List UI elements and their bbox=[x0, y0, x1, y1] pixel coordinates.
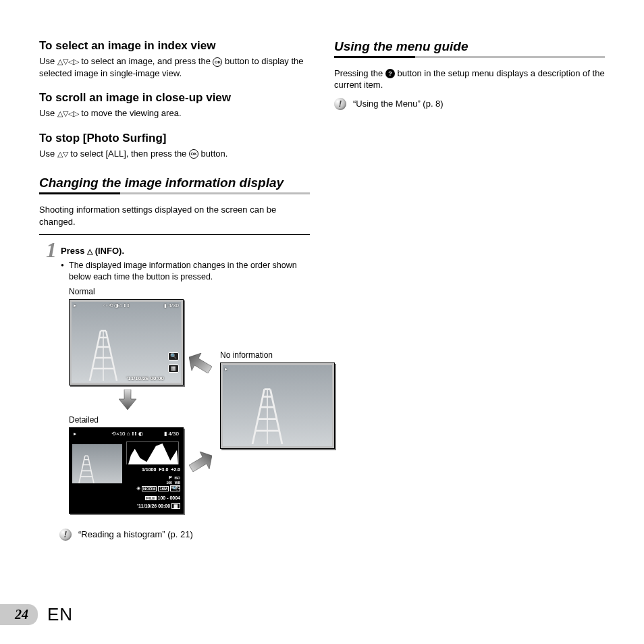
text: Press bbox=[61, 246, 87, 256]
step-number: 1 bbox=[39, 240, 57, 283]
para-stop-surfing: Use △▽ to select [ALL], then press the O… bbox=[39, 148, 310, 160]
zoom-icon: 🔍 bbox=[168, 352, 179, 360]
note-icon: ! bbox=[334, 98, 346, 110]
arrow-updown-icon: △▽ bbox=[57, 151, 68, 158]
ok-button-icon: OK bbox=[189, 149, 198, 159]
ok-button-icon: OK bbox=[213, 57, 222, 67]
text: to select [ALL], then press the bbox=[70, 149, 189, 159]
counter: ▮ 4/30 bbox=[164, 302, 179, 308]
note-histogram: “Reading a histogram” (p. 21) bbox=[78, 529, 193, 539]
arrow-upright-icon bbox=[189, 452, 212, 472]
playback-icon: ▸ bbox=[74, 302, 76, 308]
exposure-row: 1/1000 F3.0 +2.0 bbox=[142, 467, 180, 472]
help-button-icon: ? bbox=[385, 69, 395, 78]
heading-stop-surfing: To stop [Photo Surfing] bbox=[39, 132, 310, 145]
status-icons: ◦◦⟲◑⌂⫿⫿ bbox=[103, 302, 130, 308]
caption-detailed: Detailed bbox=[69, 415, 99, 425]
quality-row: ☀ NORM 16M 🔍 bbox=[136, 486, 180, 491]
section-changing-display: Changing the image information display bbox=[39, 176, 310, 194]
section-intro: Shooting information settings displayed … bbox=[39, 204, 310, 227]
arrow-pad-icon: △▽◁▷ bbox=[57, 58, 79, 65]
text: to select an image, and press the bbox=[81, 56, 213, 66]
up-triangle-icon: △ bbox=[87, 248, 92, 255]
arrow-down-icon bbox=[119, 390, 136, 410]
info-display-diagram: Normal ▸ ◦◦⟲◑⌂⫿⫿ ▮ 4/30 🔍 ▦ ’11/10/26 00… bbox=[39, 287, 310, 557]
ladder-icon bbox=[83, 327, 124, 381]
file-row: FILE 100 - 0004 bbox=[145, 495, 180, 500]
text: (INFO). bbox=[95, 246, 124, 256]
note-icon: ! bbox=[59, 529, 72, 541]
arrow-pad-icon: △▽◁▷ bbox=[57, 110, 79, 117]
text: Use bbox=[39, 108, 57, 118]
counter: ▮ 4/30 bbox=[164, 431, 179, 437]
grid-icon: ▦ bbox=[168, 365, 179, 373]
arrow-upleft-icon bbox=[189, 353, 212, 373]
caption-noinfo: No information bbox=[220, 350, 273, 360]
text: Use bbox=[39, 149, 57, 159]
lcd-noinfo: ▸ bbox=[220, 363, 335, 449]
para-index-view: Use △▽◁▷ to select an image, and press t… bbox=[39, 55, 310, 79]
text: button. bbox=[201, 149, 228, 159]
status-icons: ⟲×10 ⌂ ⫿⫿ ◐ bbox=[111, 431, 143, 437]
date-text: ’11/10/26 00:00 bbox=[126, 375, 164, 381]
text: Pressing the bbox=[334, 68, 385, 78]
para-menu-guide: Pressing the ? button in the setup menu … bbox=[334, 68, 605, 91]
language-code: EN bbox=[47, 604, 73, 625]
note-using-menu: “Using the Menu” (p. 8) bbox=[353, 99, 444, 109]
ladder-icon bbox=[245, 385, 290, 444]
text: Use bbox=[39, 56, 57, 66]
step-title: Press △ (INFO). bbox=[61, 246, 310, 256]
lcd-normal: ▸ ◦◦⟲◑⌂⫿⫿ ▮ 4/30 🔍 ▦ ’11/10/26 00:00 bbox=[69, 299, 184, 385]
heading-closeup: To scroll an image in close-up view bbox=[39, 91, 310, 105]
text: to move the viewing area. bbox=[81, 108, 181, 118]
page-footer: 24 EN bbox=[0, 604, 73, 625]
playback-icon: ▸ bbox=[74, 431, 76, 437]
lcd-detailed: ▸ ⟲×10 ⌂ ⫿⫿ ◐ ▮ 4/30 1/1000 F3.0 +2.0 P … bbox=[69, 427, 184, 514]
page-number: 24 bbox=[0, 604, 38, 625]
caption-normal: Normal bbox=[69, 287, 95, 296]
step-bullet: The displayed image information changes … bbox=[61, 260, 310, 283]
heading-index-view: To select an image in index view bbox=[39, 39, 310, 53]
section-menu-guide: Using the menu guide bbox=[334, 39, 605, 58]
playback-icon: ▸ bbox=[225, 366, 227, 372]
histogram-icon bbox=[127, 442, 178, 464]
para-closeup: Use △▽◁▷ to move the viewing area. bbox=[39, 107, 310, 119]
date-row: ’11/10/26 00:00 ▦ bbox=[137, 504, 180, 509]
